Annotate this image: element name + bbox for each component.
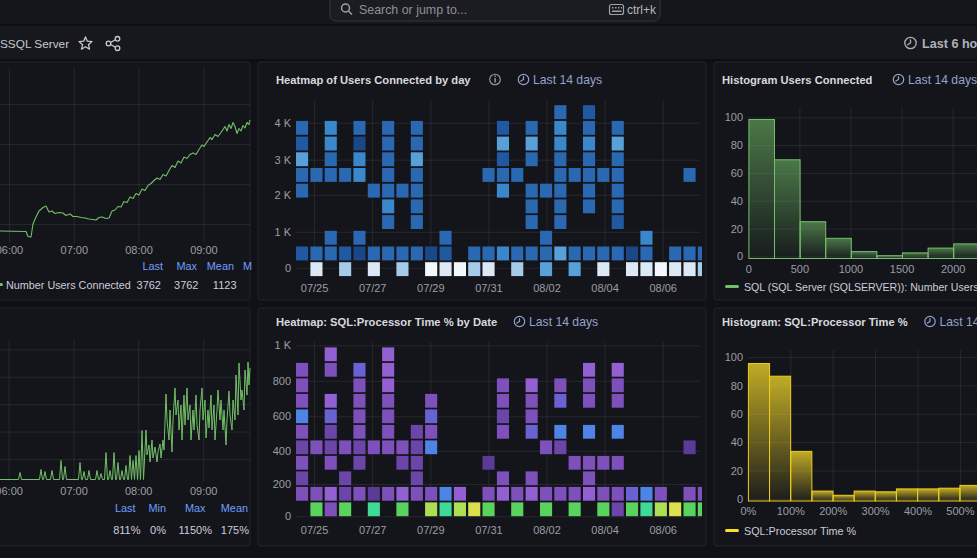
svg-text:400%: 400% bbox=[904, 505, 932, 517]
svg-text:1000: 1000 bbox=[839, 263, 863, 275]
svg-text:07:00: 07:00 bbox=[61, 244, 89, 256]
svg-text:3 K: 3 K bbox=[274, 154, 291, 166]
svg-text:500%: 500% bbox=[946, 505, 974, 517]
svg-text:40: 40 bbox=[731, 436, 743, 448]
svg-text:0: 0 bbox=[285, 262, 291, 274]
svg-text:09:00: 09:00 bbox=[190, 485, 218, 497]
svg-text:07/27: 07/27 bbox=[359, 282, 387, 294]
svg-text:175%: 175% bbox=[221, 524, 249, 536]
svg-text:811%: 811% bbox=[113, 524, 141, 536]
svg-text:Last 14 days: Last 14 days bbox=[533, 73, 602, 87]
svg-text:20: 20 bbox=[731, 223, 743, 235]
svg-text:3762: 3762 bbox=[137, 279, 161, 291]
svg-text:08/04: 08/04 bbox=[591, 282, 619, 294]
svg-text:1150%: 1150% bbox=[179, 524, 213, 536]
svg-text:06:00: 06:00 bbox=[0, 485, 23, 497]
svg-text:Search or jump to...: Search or jump to... bbox=[359, 3, 467, 17]
svg-text:07:00: 07:00 bbox=[60, 485, 88, 497]
svg-text:Histogram Users Connected: Histogram Users Connected bbox=[722, 74, 873, 86]
svg-text:60: 60 bbox=[731, 167, 743, 179]
svg-text:2 K: 2 K bbox=[274, 189, 291, 201]
svg-text:07/25: 07/25 bbox=[301, 524, 329, 536]
svg-text:80: 80 bbox=[731, 139, 743, 151]
svg-text:08/02: 08/02 bbox=[533, 282, 561, 294]
svg-text:200%: 200% bbox=[819, 505, 847, 517]
svg-text:60: 60 bbox=[731, 408, 743, 420]
svg-text:Max: Max bbox=[176, 260, 197, 272]
svg-text:2000: 2000 bbox=[941, 263, 965, 275]
svg-text:08/06: 08/06 bbox=[649, 282, 677, 294]
svg-text:07/29: 07/29 bbox=[417, 282, 445, 294]
svg-text:100: 100 bbox=[725, 111, 743, 123]
svg-text:07/31: 07/31 bbox=[475, 282, 503, 294]
svg-text:1 K: 1 K bbox=[274, 339, 291, 351]
svg-text:Heatmap: SQL:Processor Time %: Heatmap: SQL:Processor Time % by Date bbox=[276, 316, 497, 328]
svg-text:200: 200 bbox=[273, 478, 291, 490]
svg-text:300%: 300% bbox=[862, 505, 890, 517]
svg-text:0: 0 bbox=[746, 263, 752, 275]
svg-text:3762: 3762 bbox=[174, 279, 198, 291]
svg-text:Histogram: SQL:Processor Time: Histogram: SQL:Processor Time % bbox=[722, 316, 908, 328]
svg-text:Max: Max bbox=[185, 502, 206, 514]
svg-text:ctrl+k: ctrl+k bbox=[627, 3, 657, 17]
svg-text:06:00: 06:00 bbox=[0, 244, 23, 256]
svg-text:Number Users Connected: Number Users Connected bbox=[6, 279, 131, 291]
svg-text:07/31: 07/31 bbox=[475, 524, 503, 536]
svg-text:1123: 1123 bbox=[213, 279, 237, 291]
svg-text:40: 40 bbox=[731, 195, 743, 207]
svg-text:M: M bbox=[243, 260, 252, 272]
svg-text:08/02: 08/02 bbox=[533, 524, 561, 536]
svg-text:Heatmap of Users Connected by: Heatmap of Users Connected by day bbox=[276, 74, 471, 86]
svg-text:1500: 1500 bbox=[890, 263, 914, 275]
svg-text:07/25: 07/25 bbox=[301, 282, 329, 294]
svg-text:08:00: 08:00 bbox=[125, 244, 153, 256]
svg-text:4 K: 4 K bbox=[274, 117, 291, 129]
svg-text:Mean: Mean bbox=[207, 260, 234, 272]
svg-text:08/04: 08/04 bbox=[591, 524, 619, 536]
svg-text:Last 14 days: Last 14 days bbox=[940, 315, 977, 329]
svg-text:07/29: 07/29 bbox=[417, 524, 445, 536]
svg-text:0: 0 bbox=[737, 493, 743, 505]
svg-text:0%: 0% bbox=[740, 505, 756, 517]
svg-text:20: 20 bbox=[731, 465, 743, 477]
svg-text:400: 400 bbox=[273, 445, 291, 457]
svg-text:SSQL Server: SSQL Server bbox=[0, 37, 69, 51]
svg-text:Last 14 days: Last 14 days bbox=[908, 73, 977, 87]
svg-text:500: 500 bbox=[791, 263, 809, 275]
svg-text:800: 800 bbox=[273, 375, 291, 387]
svg-text:SQL:Processor Time %: SQL:Processor Time % bbox=[744, 525, 857, 537]
svg-text:Last 14 days: Last 14 days bbox=[529, 315, 598, 329]
svg-text:1 K: 1 K bbox=[274, 226, 291, 238]
svg-text:Mean: Mean bbox=[221, 502, 248, 514]
svg-text:0%: 0% bbox=[150, 524, 166, 536]
svg-text:Last: Last bbox=[142, 260, 163, 272]
svg-text:600: 600 bbox=[273, 410, 291, 422]
svg-text:09:00: 09:00 bbox=[190, 244, 218, 256]
svg-text:0: 0 bbox=[737, 250, 743, 262]
svg-text:SQL (SQL Server (SQLSERVER)):: SQL (SQL Server (SQLSERVER)): Number Use… bbox=[744, 281, 977, 293]
svg-text:Last 6 hours: Last 6 hours bbox=[922, 37, 977, 51]
svg-text:Min: Min bbox=[148, 502, 166, 514]
svg-text:80: 80 bbox=[731, 380, 743, 392]
svg-text:Last: Last bbox=[115, 502, 136, 514]
svg-text:100%: 100% bbox=[777, 505, 805, 517]
svg-text:07/27: 07/27 bbox=[359, 524, 387, 536]
svg-text:08/06: 08/06 bbox=[649, 524, 677, 536]
svg-text:08:00: 08:00 bbox=[125, 485, 153, 497]
svg-text:100: 100 bbox=[725, 351, 743, 363]
svg-text:0: 0 bbox=[285, 510, 291, 522]
